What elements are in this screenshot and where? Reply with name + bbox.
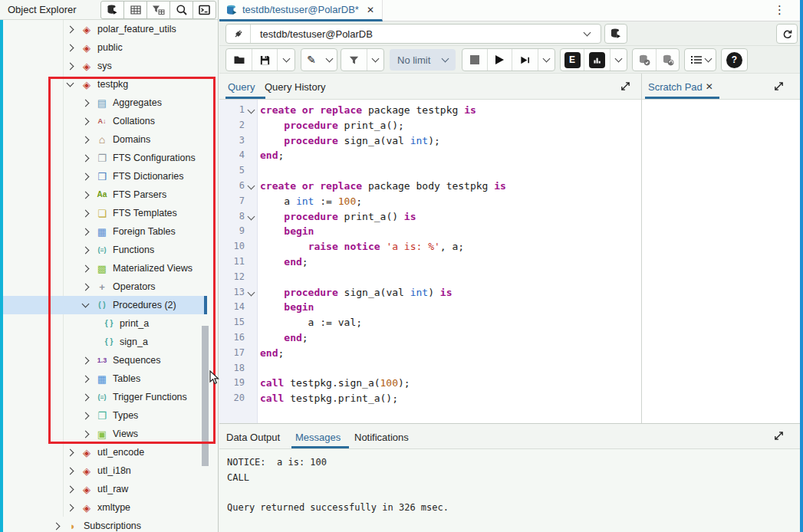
tree-item-fts-dictionaries[interactable]: ❒FTS Dictionaries bbox=[0, 167, 218, 186]
view-data-button[interactable] bbox=[123, 1, 147, 19]
chevron-right-icon[interactable] bbox=[67, 448, 74, 456]
fold-chevron-icon[interactable] bbox=[245, 179, 258, 194]
code-line-1[interactable]: 1create or replace package testpkg is bbox=[219, 103, 641, 118]
chevron-right-icon[interactable] bbox=[82, 228, 90, 235]
chevron-right-icon[interactable] bbox=[82, 430, 90, 438]
chevron-right-icon[interactable] bbox=[82, 154, 90, 162]
expand-icon[interactable] bbox=[773, 430, 785, 442]
chevron-right-icon[interactable] bbox=[82, 393, 90, 401]
panel-splitter[interactable] bbox=[641, 74, 642, 423]
tab-data-output[interactable]: Data Output bbox=[226, 424, 280, 450]
code-line-5[interactable]: 5 bbox=[219, 163, 641, 179]
code-line-10[interactable]: 10 raise notice 'a is: %', a; bbox=[219, 239, 641, 255]
tree-item-tables[interactable]: ▦Tables bbox=[0, 369, 218, 388]
chevron-right-icon[interactable] bbox=[82, 412, 90, 419]
chevron-right-icon[interactable] bbox=[67, 62, 74, 70]
tree-item-polar-feature-utils[interactable]: ◈polar_feature_utils bbox=[0, 20, 218, 38]
row-limit-select[interactable]: No limit bbox=[390, 49, 456, 71]
chevron-right-icon[interactable] bbox=[82, 136, 90, 143]
close-icon[interactable]: ✕ bbox=[706, 81, 713, 92]
scratch-pad-area[interactable] bbox=[642, 100, 803, 423]
tree-item-fts-configurations[interactable]: ❐FTS Configurations bbox=[0, 149, 218, 167]
tree-item-utl-encode[interactable]: ◈utl_encode bbox=[0, 443, 218, 461]
tree-item-aggregates[interactable]: ▤Aggregates bbox=[0, 94, 218, 112]
tree-item-testpkg[interactable]: ◈testpkg bbox=[0, 75, 218, 94]
tab-query-history[interactable]: Query History bbox=[265, 74, 325, 100]
tree-item-xmltype[interactable]: ◈xmltype bbox=[0, 498, 218, 517]
tree-item-materialized-views[interactable]: ▩Materialized Views bbox=[0, 259, 218, 277]
execute-menu-button[interactable] bbox=[538, 49, 555, 71]
tree-item-types[interactable]: ❐Types bbox=[0, 406, 218, 425]
tree-item-views[interactable]: ▣Views bbox=[0, 425, 218, 443]
tree-item-utl-raw[interactable]: ◈utl_raw bbox=[0, 480, 218, 498]
tree-item-foreign-tables[interactable]: ▦Foreign Tables bbox=[0, 222, 218, 241]
fold-chevron-icon[interactable] bbox=[245, 103, 258, 118]
chevron-down-icon[interactable] bbox=[584, 29, 591, 37]
chevron-right-icon[interactable] bbox=[67, 485, 74, 493]
chevron-right-icon[interactable] bbox=[67, 467, 74, 475]
psql-tool-button[interactable] bbox=[193, 1, 216, 19]
kebab-menu-icon[interactable]: ⋮ bbox=[774, 3, 786, 17]
fold-chevron-icon[interactable] bbox=[245, 209, 258, 225]
code-line-9[interactable]: 9 begin bbox=[219, 224, 641, 239]
tree-item-fts-parsers[interactable]: AaFTS Parsers bbox=[0, 186, 218, 204]
chevron-right-icon[interactable] bbox=[53, 522, 61, 530]
new-connection-button[interactable] bbox=[604, 24, 627, 44]
chevron-right-icon[interactable] bbox=[82, 172, 90, 180]
query-tool-button[interactable] bbox=[100, 1, 124, 19]
chevron-right-icon[interactable] bbox=[82, 264, 90, 272]
code-line-15[interactable]: 15 a := val; bbox=[219, 315, 641, 330]
chevron-right-icon[interactable] bbox=[82, 99, 90, 107]
tree-item-collations[interactable]: A↓Collations bbox=[0, 112, 218, 130]
explain-button[interactable]: E bbox=[561, 49, 584, 71]
querytool-window-tab[interactable]: testdb/testuser@PolarDB* ✕ bbox=[219, 0, 383, 21]
execute-current-button[interactable] bbox=[512, 49, 538, 71]
chevron-right-icon[interactable] bbox=[67, 44, 74, 51]
code-line-8[interactable]: 8 procedure print_a() is bbox=[219, 209, 641, 225]
code-line-12[interactable]: 12 bbox=[219, 270, 641, 285]
tree-scrollbar-thumb[interactable] bbox=[202, 326, 209, 466]
edit-button[interactable]: ✎ bbox=[301, 49, 321, 71]
code-line-19[interactable]: 19call testpkg.sign_a(100); bbox=[219, 376, 641, 391]
tab-scratch-pad[interactable]: Scratch Pad ✕ bbox=[648, 74, 713, 100]
commit-button[interactable] bbox=[633, 49, 656, 71]
tree-item-trigger-functions[interactable]: (≡)Trigger Functions bbox=[0, 388, 218, 406]
code-line-7[interactable]: 7 a int := 100; bbox=[219, 194, 641, 209]
tree-item-functions[interactable]: (≡)Functions bbox=[0, 241, 218, 259]
tree-item-print-a[interactable]: { }print_a bbox=[0, 314, 218, 333]
edit-menu-button[interactable] bbox=[321, 49, 337, 71]
code-line-16[interactable]: 16 end; bbox=[219, 330, 641, 346]
fold-chevron-icon[interactable] bbox=[245, 285, 258, 300]
tree-item-domains[interactable]: ⌂Domains bbox=[0, 130, 218, 149]
explain-menu-button[interactable] bbox=[610, 49, 627, 71]
code-line-20[interactable]: 20call testpkg.print_a(); bbox=[219, 391, 641, 406]
search-objects-button[interactable] bbox=[169, 1, 193, 19]
filter-button[interactable] bbox=[341, 49, 367, 71]
chevron-right-icon[interactable] bbox=[82, 117, 90, 125]
tree-item-sys[interactable]: ◈sys bbox=[0, 57, 218, 75]
code-line-6[interactable]: 6create or replace package body testpkg … bbox=[219, 179, 641, 194]
filter-menu-button[interactable] bbox=[367, 49, 383, 71]
code-line-17[interactable]: 17end; bbox=[219, 346, 641, 361]
tree-item-sign-a[interactable]: { }sign_a bbox=[0, 333, 218, 351]
rollback-button[interactable] bbox=[656, 49, 679, 71]
code-line-3[interactable]: 3 procedure sign_a(val int); bbox=[219, 133, 641, 149]
code-line-13[interactable]: 13 procedure sign_a(val int) is bbox=[219, 285, 641, 300]
chevron-down-icon[interactable] bbox=[82, 300, 90, 308]
explain-analyze-button[interactable] bbox=[584, 49, 610, 71]
connection-dropdown[interactable]: testdb/testuser@PolarDB bbox=[225, 24, 601, 44]
macros-button[interactable] bbox=[685, 49, 716, 71]
refresh-button[interactable] bbox=[776, 24, 798, 44]
chevron-right-icon[interactable] bbox=[82, 375, 90, 383]
sql-editor[interactable]: 1create or replace package testpkg is2 p… bbox=[219, 100, 641, 423]
tree-item-public[interactable]: ◈public bbox=[0, 38, 218, 57]
close-icon[interactable]: ✕ bbox=[367, 5, 374, 15]
chevron-right-icon[interactable] bbox=[67, 504, 74, 511]
chevron-right-icon[interactable] bbox=[82, 209, 90, 217]
tree-item-procedures-2[interactable]: ( )Procedures (2) bbox=[0, 296, 207, 314]
code-line-14[interactable]: 14 begin bbox=[219, 300, 641, 315]
filtered-rows-button[interactable] bbox=[146, 1, 170, 19]
chevron-right-icon[interactable] bbox=[82, 356, 90, 364]
chevron-down-icon[interactable] bbox=[67, 80, 74, 87]
chevron-right-icon[interactable] bbox=[82, 283, 90, 291]
